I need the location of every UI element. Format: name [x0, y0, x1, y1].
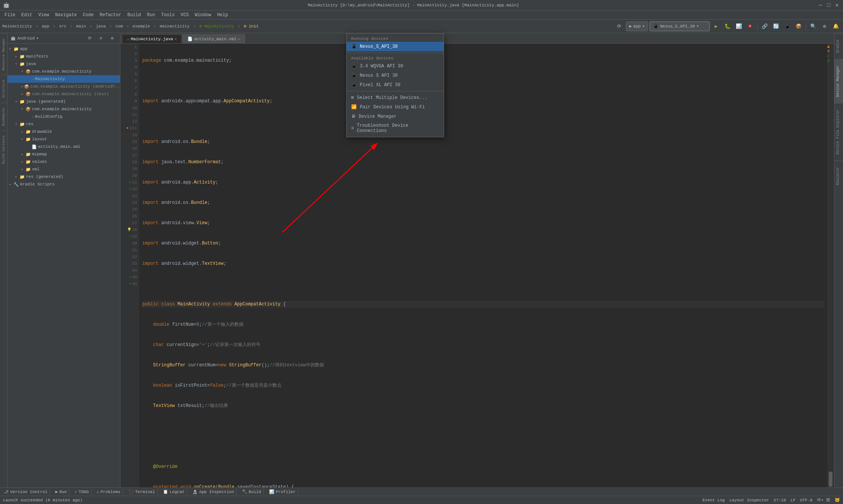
right-tab-emulator[interactable]: Emulator: [834, 161, 843, 191]
tree-buildconfig[interactable]: ▸ ☕ BuildConfig: [8, 113, 120, 120]
fold-35[interactable]: ▾: [129, 274, 131, 281]
left-tab-resource-manager[interactable]: Resource Manager: [1, 33, 7, 75]
app-selector[interactable]: ▶ app ▾: [626, 21, 648, 31]
bottom-tab-app-inspection[interactable]: 🔬 App Inspection: [190, 489, 236, 495]
menu-window[interactable]: Window: [192, 12, 214, 18]
search-everywhere-button[interactable]: 🔍: [808, 21, 818, 31]
tree-mipmap[interactable]: ▸ 📁 mipmap: [8, 150, 120, 158]
bottom-tab-logcat[interactable]: 📋 Logcat: [161, 489, 187, 495]
notifications-button[interactable]: 🔔: [831, 21, 841, 31]
event-log-link[interactable]: Event Log: [703, 498, 725, 502]
bc-main[interactable]: main: [76, 24, 86, 29]
menu-code[interactable]: Code: [80, 12, 97, 18]
device-selector[interactable]: 📱 Nexus_S_API_30 ▾: [650, 21, 710, 31]
bc-init-method[interactable]: ⚙ init: [244, 24, 259, 29]
tree-java[interactable]: ▾ 📁 java: [8, 60, 120, 68]
dropdown-pair-wifi[interactable]: 📶 Pair Devices Using Wi-Fi: [347, 102, 444, 112]
settings-button[interactable]: ⚙: [820, 21, 829, 31]
menu-refactor[interactable]: Refactor: [97, 12, 125, 18]
close-button[interactable]: ✕: [834, 2, 840, 8]
tree-res-generated[interactable]: ▸ 📁 res (generated): [8, 173, 120, 181]
stop-button[interactable]: ■: [745, 21, 755, 31]
tree-app[interactable]: ▾ 📁 app: [8, 45, 120, 53]
menu-help[interactable]: Help: [214, 12, 231, 18]
sdk-button[interactable]: 📦: [794, 21, 803, 31]
close-mainactivity-tab[interactable]: ✕: [175, 37, 177, 41]
tab-mainactivity-java[interactable]: ☕ MainActivity.java ✕: [122, 34, 182, 43]
left-tab-bookmarks[interactable]: Bookmarks: [1, 103, 7, 131]
bc-mainactivity-class[interactable]: ⚙ MainActivity: [199, 24, 234, 29]
bc-com[interactable]: com: [116, 24, 123, 29]
tree-res[interactable]: ▾ 📁 res: [8, 120, 120, 128]
tree-gradle-scripts[interactable]: ▸ 🔧 Gradle Scripts: [8, 181, 120, 188]
tree-com-gen[interactable]: ▾ 📦 com.example.mainacticity: [8, 105, 120, 113]
sidebar-dropdown-arrow[interactable]: ▾: [36, 36, 39, 41]
fold-13[interactable]: ▸: [135, 125, 137, 132]
tree-activity-main-xml[interactable]: ▸ 📄 activity_main.xml: [8, 143, 120, 150]
bc-app[interactable]: app: [42, 24, 49, 29]
tab-activity-main-xml[interactable]: 📄 activity_main.xml ✕: [183, 34, 245, 43]
tree-com-example[interactable]: ▾ 📦 com.example.mainacticity: [8, 68, 120, 75]
bc-mainacticity-pkg[interactable]: mainacticity: [160, 24, 189, 29]
hint-count[interactable]: ✓ 1: [827, 53, 834, 63]
right-tab-gradle[interactable]: Gradle: [834, 33, 843, 59]
bottom-tab-profiler[interactable]: 📊 Profiler: [267, 489, 298, 495]
tree-layout[interactable]: ▾ 📁 layout: [8, 135, 120, 143]
warning-count[interactable]: ▲ 4: [827, 44, 834, 53]
bottom-tab-todo[interactable]: ✓ TODO: [72, 489, 91, 495]
menu-build[interactable]: Build: [124, 12, 144, 18]
fold-36[interactable]: ▾: [129, 281, 131, 287]
avd-button[interactable]: 📱: [782, 21, 792, 31]
dropdown-device-manager[interactable]: 🖥 Device Manager: [347, 112, 444, 121]
tree-drawable[interactable]: ▸ 📁 drawable: [8, 128, 120, 135]
menu-view[interactable]: View: [35, 12, 52, 18]
bottom-tab-run[interactable]: ▶ Run: [53, 489, 69, 495]
left-tab-build-variants[interactable]: Build Variants: [1, 131, 7, 169]
bottom-tab-terminal[interactable]: ⬛ Terminal: [126, 489, 158, 495]
bc-src[interactable]: src: [59, 24, 67, 29]
fold-21[interactable]: ▸: [129, 179, 131, 186]
attach-debugger-button[interactable]: 🔗: [760, 21, 770, 31]
fold-22[interactable]: ▾: [129, 186, 131, 193]
tree-com-androidtest[interactable]: ▸ 📦 com.example.mainacticity (androidT..…: [8, 83, 120, 90]
profile-button[interactable]: 📊: [734, 21, 744, 31]
menu-run[interactable]: Run: [144, 12, 158, 18]
menu-vcs[interactable]: VCS: [178, 12, 192, 18]
layout-inspector-link[interactable]: Layout Inspector: [729, 498, 769, 502]
minimize-button[interactable]: ─: [817, 2, 823, 8]
fold-29[interactable]: ▾: [129, 233, 131, 240]
scrollbar-thumb[interactable]: [829, 472, 832, 487]
bottom-tab-problems[interactable]: ⚠ Problems: [94, 489, 123, 495]
tree-manifests[interactable]: ▸ 📁 manifests: [8, 53, 120, 60]
bc-example[interactable]: example: [132, 24, 150, 29]
left-tab-structure[interactable]: Structure: [1, 75, 7, 103]
dropdown-select-multiple[interactable]: ⊞ Select Multiple Devices...: [347, 93, 444, 102]
sync-project-button[interactable]: 🔄: [771, 21, 781, 31]
debug-button[interactable]: 🐛: [723, 21, 732, 31]
editor-scrollbar[interactable]: ▲ 4 ✓ 1: [827, 44, 834, 487]
sidebar-gear-btn[interactable]: ⚙: [107, 33, 117, 43]
tree-mainactivity[interactable]: ▸ ☕ MainActivity: [8, 75, 120, 83]
sidebar-sync-btn[interactable]: ⟳: [85, 33, 94, 43]
tree-com-test[interactable]: ▸ 📦 com.example.mainacticity (test): [8, 90, 120, 98]
menu-edit[interactable]: Edit: [18, 12, 35, 18]
dropdown-nexus-s-api-30-running[interactable]: 📱 Nexus_S_API_30: [347, 42, 444, 51]
menu-file[interactable]: File: [2, 12, 18, 18]
run-button[interactable]: ▶: [711, 21, 721, 31]
dropdown-pixel-xl[interactable]: 📱 Pixel XL API 30: [347, 80, 444, 90]
dropdown-troubleshoot[interactable]: ≡ Troubleshoot Device Connections: [347, 121, 444, 135]
close-activity-xml-tab[interactable]: ✕: [238, 37, 240, 41]
dropdown-nexus-s[interactable]: 📱 Nexus S API 30: [347, 71, 444, 80]
sync-button[interactable]: ⟳: [615, 21, 624, 31]
menu-tools[interactable]: Tools: [158, 12, 178, 18]
right-tab-device-file-explorer[interactable]: Device File Explorer: [834, 103, 843, 161]
tree-values[interactable]: ▸ 📁 values: [8, 158, 120, 165]
dropdown-wqvga[interactable]: 📱 3.4 WQVGA API 30: [347, 61, 444, 71]
bottom-tab-build[interactable]: 🔨 Build: [240, 489, 264, 495]
bottom-tab-version-control[interactable]: ⎇ Version Control: [2, 489, 50, 495]
tree-java-generated[interactable]: ▾ 📁 java (generated): [8, 98, 120, 105]
bc-mainacticity[interactable]: MainActicity: [2, 24, 32, 29]
tree-xml[interactable]: ▸ 📁 xml: [8, 165, 120, 173]
code-scroll-area[interactable]: package com.example.mainacticity; import…: [139, 44, 827, 487]
maximize-button[interactable]: □: [826, 2, 832, 8]
